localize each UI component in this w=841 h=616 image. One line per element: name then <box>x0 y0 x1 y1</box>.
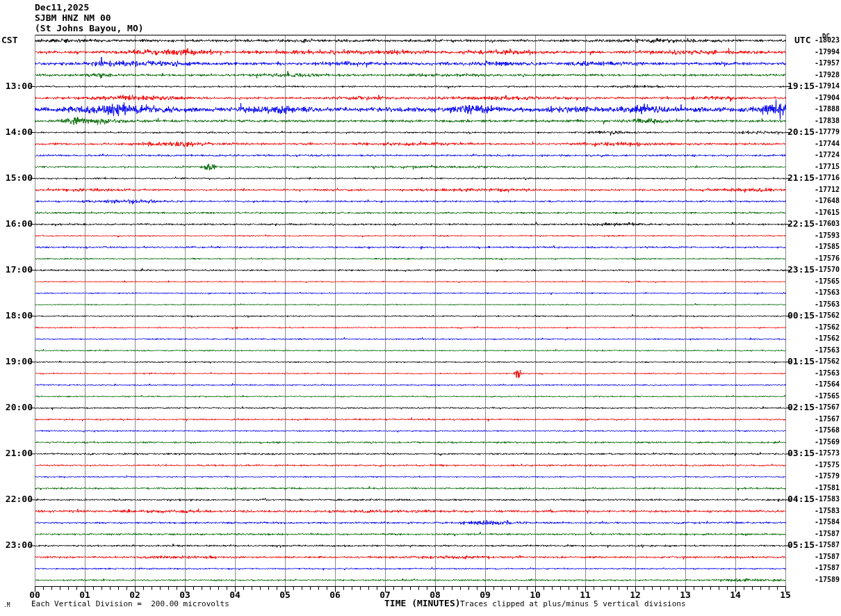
trace-offset-value: -17587 <box>815 541 840 549</box>
trace-offset-value: -17583 <box>815 495 840 503</box>
cst-hour-label: 18:00 <box>0 310 33 321</box>
helicorder-plot-canvas <box>0 0 841 616</box>
trace-offset-value: -17565 <box>815 277 840 286</box>
trace-offset-value: -17589 <box>815 576 840 584</box>
cst-hour-label: 21:00 <box>0 448 33 458</box>
title-location: (St Johns Bayou, MO) <box>35 23 144 33</box>
trace-offset-value: -17584 <box>815 518 840 526</box>
trace-offset-value: -17570 <box>815 266 840 274</box>
left-timezone-label: CST <box>1 35 17 45</box>
x-tick-label: 01 <box>79 590 90 600</box>
trace-offset-value: -17581 <box>815 484 840 492</box>
trace-offset-value: -17568 <box>815 426 840 435</box>
trace-offset-value: -17576 <box>815 254 840 263</box>
trace-offset-value: -17565 <box>815 392 840 400</box>
corner-marker: .M <box>3 602 10 608</box>
x-tick-label: 10 <box>530 590 541 600</box>
utc-hour-label: 21:15 <box>787 172 815 183</box>
x-tick-label: 05 <box>279 590 291 600</box>
utc-hour-label: 22:15 <box>787 218 815 229</box>
trace-offset-value: -17744 <box>815 140 840 148</box>
trace-offset-value: -17567 <box>815 403 840 412</box>
trace-offset-value: -17716 <box>815 174 840 182</box>
trace-offset-value: -17724 <box>815 151 840 159</box>
trace-offset-value: -17957 <box>815 59 840 67</box>
trace-offset-value: -17567 <box>815 415 840 423</box>
trace-offset-value: -17593 <box>815 232 840 240</box>
x-tick-label: 02 <box>129 590 140 600</box>
utc-hour-label: 23:15 <box>787 264 815 275</box>
utc-hour-label: 02:15 <box>787 402 815 412</box>
x-tick-label: 13 <box>680 590 691 600</box>
utc-hour-label: 00:15 <box>787 310 815 321</box>
trace-offset-value: -17563 <box>815 346 840 355</box>
trace-offset-value: -17564 <box>815 380 840 389</box>
trace-offset-value: -17573 <box>815 449 840 457</box>
cst-hour-label: 23:00 <box>0 540 33 550</box>
trace-offset-value: -17575 <box>815 461 840 469</box>
trace-offset-value: -17562 <box>815 334 840 343</box>
clipping-note: Traces clipped at plus/minus 5 vertical … <box>460 599 686 608</box>
trace-offset-value: -17994 <box>815 48 840 56</box>
x-tick-label: 04 <box>229 590 240 600</box>
trace-offset-value: -17914 <box>815 82 840 90</box>
trace-offset-value: -17562 <box>815 357 840 366</box>
trace-offset-value: -17603 <box>815 220 840 228</box>
trace-offset-value: -17715 <box>815 163 840 171</box>
cst-hour-label: 15:00 <box>0 172 33 183</box>
trace-offset-value: -17904 <box>815 94 840 102</box>
utc-hour-label: 03:15 <box>787 448 815 458</box>
trace-offset-value: -17928 <box>815 71 840 79</box>
utc-hour-label: 01:15 <box>787 356 815 366</box>
title-date: Dec11,2025 <box>35 2 89 13</box>
trace-offset-value: -17563 <box>815 369 840 378</box>
trace-offset-value: -17569 <box>815 438 840 446</box>
trace-offset-value: -17648 <box>815 197 840 205</box>
trace-offset-value: -17587 <box>815 564 840 572</box>
trace-offset-value: -17838 <box>815 117 840 125</box>
trace-offset-value: -17579 <box>815 472 840 480</box>
right-timezone-label: UTC <box>794 35 810 45</box>
cst-hour-label: 17:00 <box>0 264 33 275</box>
cst-hour-label: 22:00 <box>0 494 33 504</box>
x-tick-label: 12 <box>630 590 641 600</box>
x-tick-label: 09 <box>480 590 491 600</box>
x-tick-label: 06 <box>329 590 341 600</box>
title-station: SJBM HNZ NM 00 <box>35 13 111 23</box>
trace-offset-value: -17563 <box>815 289 840 297</box>
trace-offset-value: -17615 <box>815 209 840 217</box>
cst-hour-label: 14:00 <box>0 127 33 137</box>
trace-offset-value: -17888 <box>815 105 840 113</box>
utc-hour-label: 05:15 <box>787 540 815 550</box>
trace-offset-value: -17712 <box>815 186 840 194</box>
trace-offset-value: -17562 <box>815 323 840 332</box>
trace-offset-value: -17587 <box>815 553 840 561</box>
trace-offset-value: -17563 <box>815 300 840 309</box>
trace-offset-value: -18023 <box>815 36 840 44</box>
x-tick-label: 14 <box>730 590 741 600</box>
utc-hour-label: 04:15 <box>787 494 815 504</box>
cst-hour-label: 20:00 <box>0 402 33 412</box>
trace-offset-value: -17585 <box>815 243 840 251</box>
x-tick-label: 03 <box>179 590 190 600</box>
trace-offset-value: -17583 <box>815 507 840 515</box>
vertical-division-note: Each Vertical Division = 200.00 microvol… <box>31 599 229 608</box>
trace-offset-value: -17779 <box>815 128 840 136</box>
x-tick-label: 00 <box>29 590 40 600</box>
x-tick-label: 11 <box>580 590 591 600</box>
utc-hour-label: 20:15 <box>787 127 815 137</box>
helicorder-page: Dec11,2025 SJBM HNZ NM 00 (St Johns Bayo… <box>0 0 841 616</box>
trace-offset-value: -17562 <box>815 311 840 320</box>
x-axis-title: TIME (MINUTES) <box>384 598 461 608</box>
cst-hour-label: 19:00 <box>0 356 33 366</box>
cst-hour-label: 13:00 <box>0 81 33 91</box>
cst-hour-label: 16:00 <box>0 218 33 229</box>
x-tick-label: 15 <box>780 590 791 600</box>
utc-hour-label: 19:15 <box>787 81 815 91</box>
trace-offset-value: -17587 <box>815 530 840 538</box>
